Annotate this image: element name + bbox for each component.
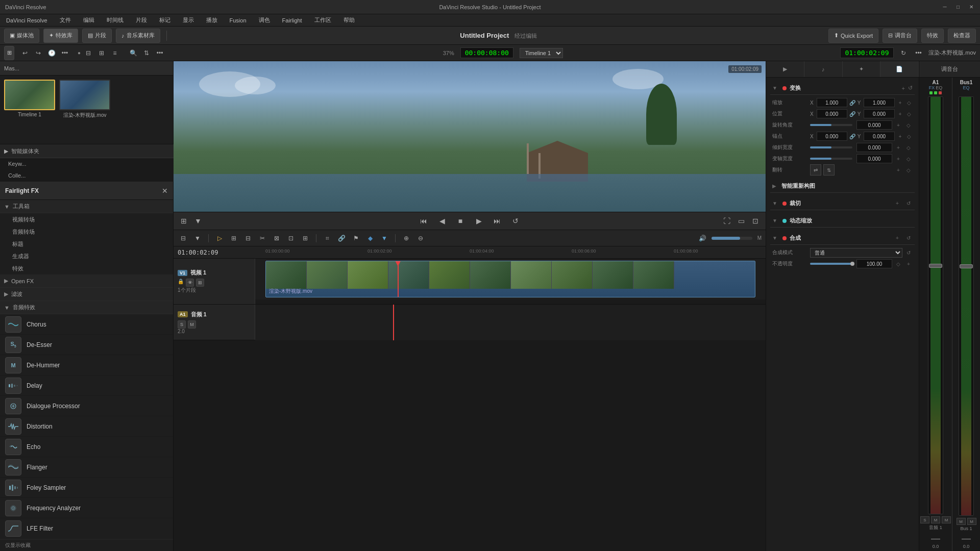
timeline-settings-btn[interactable]: ⊟ [178,233,189,244]
window-controls[interactable]: ─ □ ✕ [652,4,975,11]
menu-view[interactable]: 显示 [181,15,196,25]
rotation-keyframe-icon[interactable]: ◇ [904,121,913,129]
pitch-keyframe-icon[interactable]: ◇ [904,143,913,152]
thumbnail-timeline1[interactable]: Timeline 1 [4,80,55,119]
flip-v-btn[interactable]: ⇅ [823,164,835,176]
anchor-keyframe-icon[interactable]: ◇ [905,132,913,140]
fx-de-hummer[interactable]: M De-Hummer [0,355,173,375]
anchor-reset-icon[interactable]: + [897,132,904,140]
preview-stop-btn[interactable]: ■ [454,215,467,227]
preview-fullscreen-btn[interactable]: ⛶ [721,215,733,227]
rotation-slider[interactable] [810,124,852,126]
select-tool-btn[interactable]: ▷ [214,233,225,244]
menu-workspace[interactable]: 工作区 [312,15,333,25]
workspace-layout-btn[interactable]: ⊞ [4,46,14,60]
close-button[interactable]: ✕ [968,4,975,11]
bin-keywords[interactable]: Keyw... [0,158,174,170]
flip-keyframe-icon[interactable]: ◇ [904,166,913,174]
trim-tool-btn[interactable]: ⊞ [228,233,239,244]
mute-btn-a1[interactable]: S [920,516,929,523]
redo-btn[interactable]: ↪ [33,47,44,59]
menu-playback[interactable]: 播放 [204,15,219,25]
menu-help[interactable]: 帮助 [341,15,357,25]
grid-view-btn[interactable]: ⊞ [96,47,107,59]
thumbnail-image-video1[interactable] [59,80,110,110]
search-btn[interactable]: 🔍 [128,47,139,59]
crop-reset-icon[interactable]: ↺ [904,199,913,208]
inspector-icon-file[interactable]: 📄 [880,61,919,77]
comp-mode-reset-icon[interactable]: ↺ [904,248,913,257]
thumbnail-video1[interactable]: 渲染-木野视版.mov [59,80,110,119]
flag-btn[interactable]: ⚑ [350,233,361,244]
fx-flanger[interactable]: Flanger [0,457,173,478]
axis-slider[interactable] [810,158,852,160]
more-options-btn[interactable]: ••• [913,47,924,59]
opacity-value[interactable]: 100.00 [856,259,892,268]
zoom-out-btn[interactable]: ⊖ [415,233,426,244]
history-btn[interactable]: 🕐 [46,47,57,59]
scale-y-value[interactable]: 1.000 [864,98,894,107]
timeline-settings-arrow[interactable]: ▼ [192,233,203,244]
menu-davinciResolve[interactable]: DaVinci Resolve [4,16,50,24]
menu-fairlight[interactable]: Fairlight [280,16,304,24]
menu-file[interactable]: 文件 [58,15,73,25]
fader-handle-a1[interactable] [929,264,942,268]
preview-pip-btn[interactable]: ▭ [735,215,747,227]
link-btn[interactable]: 🔗 [336,233,347,244]
mixing-console-btn[interactable]: ⊟ 调音台 [883,29,917,43]
fx-lfe-filter[interactable]: LFE Filter [0,518,173,539]
transform-reset-icon[interactable]: ↺ [908,85,913,91]
preview-settings-btn[interactable]: ▼ [192,215,204,227]
speaker-btn[interactable]: 🔊 [697,233,708,244]
clips-btn[interactable]: ▤ 片段 [82,29,112,43]
fx-generators[interactable]: 生成器 [4,250,173,262]
fx-titles[interactable]: 标题 [4,238,173,250]
fx-distortion[interactable]: Distortion [0,416,173,437]
fx-foley-sampler[interactable]: Foley Sampler [0,478,173,498]
inspector-btn[interactable]: 检查器 [948,29,976,43]
pos-reset-icon[interactable]: + [897,110,904,118]
category-open-fx[interactable]: ▶ Open FX [0,274,173,288]
fx-audio-transition[interactable]: 音频转场 [4,226,173,238]
inspector-icon-effects[interactable]: ✦ [843,61,881,77]
axis-value[interactable]: 0.000 [856,154,892,163]
transform-section-header[interactable]: ▼ 变换 + ↺ [770,82,915,95]
scale-x-value[interactable]: 1.000 [817,98,847,107]
track-type-btn[interactable]: ▼ [379,233,390,244]
ai-section-header[interactable]: ▶ 智能重新构图 [770,180,915,193]
preview-sync-btn[interactable]: ⊡ [749,215,762,227]
composite-mode-select[interactable]: 普通 [810,248,902,258]
more-btn[interactable]: ••• [59,47,70,59]
category-tools[interactable]: ▼ 工具箱 [0,200,173,213]
scale-keyframe-icon[interactable]: ◇ [905,98,913,107]
fx-chorus[interactable]: Chorus [0,314,173,335]
options-btn[interactable]: ••• [154,47,165,59]
pitch-slider[interactable] [810,146,852,148]
fx-dialogue-processor[interactable]: Dialogue Processor [0,396,173,416]
inspector-icon-audio[interactable]: ♪ [804,61,843,77]
audio-library-btn[interactable]: ♪ 音乐素材库 [116,29,160,43]
minimize-button[interactable]: ─ [941,4,948,11]
fx-frequency-analyzer[interactable]: Frequency Analyzer [0,498,173,518]
track-solo-btn[interactable]: M [188,320,196,329]
axis-reset-icon[interactable]: + [894,155,902,163]
preview-forward-btn[interactable]: ⏭ [491,215,503,227]
marker-btn[interactable]: ◆ [364,233,376,244]
fx-video-transition[interactable]: 视频转场 [4,213,173,226]
solo-btn-a1[interactable]: M [931,516,940,523]
thumbnail-image-timeline1[interactable] [4,80,55,110]
opacity-reset-icon[interactable]: ◇ [894,260,902,268]
slide-tool-btn[interactable]: ⊡ [285,233,297,244]
fader-handle-bus1[interactable] [960,264,973,268]
fx-de-esser[interactable]: S5 De-Esser [0,335,173,355]
fader-knob-bus1[interactable]: — [962,533,971,544]
dynamic-trim-btn[interactable]: ⊟ [242,233,254,244]
preview-go-start-btn[interactable]: ⏮ [418,215,430,227]
fx-echo[interactable]: Echo [0,437,173,457]
composite-section-header[interactable]: ▼ 合成 + ↺ [770,232,915,245]
fx-delay[interactable]: Delay [0,375,173,396]
list-view-btn[interactable]: ≡ [109,47,120,59]
bin-collections[interactable]: Colle... [0,170,174,182]
track-expand-btn[interactable]: ⊞ [196,279,204,287]
pos-y-value[interactable]: 0.000 [864,109,894,118]
